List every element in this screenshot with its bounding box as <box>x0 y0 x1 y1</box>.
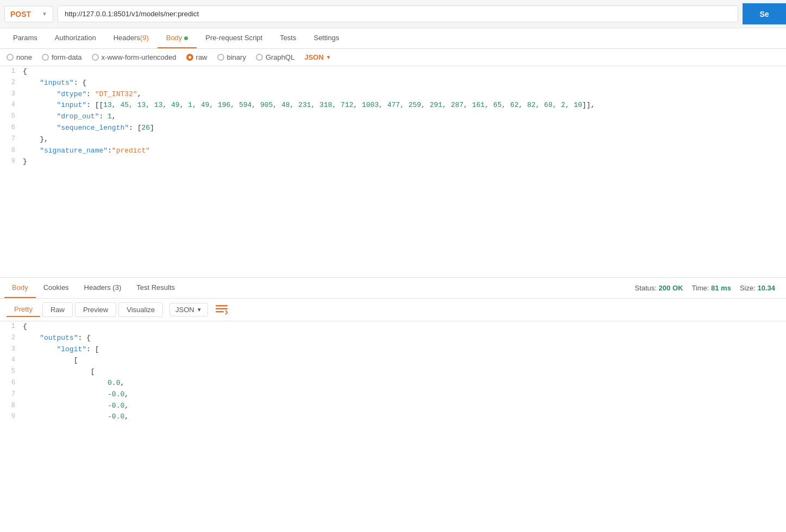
response-code-line: 4 [ <box>0 355 786 366</box>
code-line: 4 "input": [[13, 45, 13, 13, 49, 1, 49, … <box>0 100 786 111</box>
status-label: Status: 200 OK <box>634 284 683 292</box>
response-tabs-row: BodyCookiesHeaders (3)Test Results Statu… <box>0 278 786 299</box>
wrap-icon[interactable] <box>216 305 228 315</box>
body-type-binary[interactable]: binary <box>217 53 246 61</box>
code-line: 1{ <box>0 66 786 78</box>
response-code-line: 3 "logit": [ <box>0 344 786 356</box>
body-type-x-www-form-urlencoded[interactable]: x-www-form-urlencoded <box>92 53 177 61</box>
code-line: 2 "inputs": { <box>0 78 786 89</box>
tab-pre-request-script[interactable]: Pre-request Script <box>197 28 271 48</box>
tab-body[interactable]: Body <box>158 28 197 48</box>
response-editor: 1{2 "outputs": {3 "logit": [4 [5 [6 0.0,… <box>0 321 786 452</box>
url-bar: POST ▼ Se <box>0 0 786 28</box>
response-tab-headers--3-[interactable]: Headers (3) <box>77 278 129 298</box>
svg-rect-1 <box>216 308 228 309</box>
body-type-graphql[interactable]: GraphQL <box>256 53 294 61</box>
tab-authorization[interactable]: Authorization <box>46 28 105 48</box>
request-tabs: ParamsAuthorizationHeaders(9)BodyPre-req… <box>0 28 786 49</box>
response-code-line: 9 -0.0, <box>0 411 786 423</box>
method-chevron-icon: ▼ <box>42 11 47 17</box>
response-format-dropdown[interactable]: JSON▼ <box>169 303 208 316</box>
method-select[interactable]: POST ▼ <box>4 6 53 22</box>
size-label: Size: 10.34 <box>740 284 775 292</box>
code-line: 5 "drop_out": 1, <box>0 111 786 123</box>
code-line: 9} <box>0 156 786 168</box>
tab-tests[interactable]: Tests <box>271 28 305 48</box>
method-label: POST <box>10 10 31 18</box>
code-line: 7 }, <box>0 134 786 145</box>
response-tab-cookies[interactable]: Cookies <box>36 278 77 298</box>
response-format-row: PrettyRawPreviewVisualizeJSON▼ <box>0 299 786 321</box>
code-line: 3 "dtype": "DT_INT32", <box>0 89 786 100</box>
tab-headers[interactable]: Headers(9) <box>105 28 158 48</box>
tab-settings[interactable]: Settings <box>305 28 348 48</box>
response-format-visualize[interactable]: Visualize <box>118 302 163 317</box>
response-code-line: 7 -0.0, <box>0 389 786 401</box>
tab-params[interactable]: Params <box>4 28 46 48</box>
response-format-raw[interactable]: Raw <box>42 302 73 317</box>
response-code-line: 1{ <box>0 321 786 333</box>
svg-rect-2 <box>216 311 224 313</box>
url-input[interactable] <box>58 5 738 22</box>
code-line: 8 "signature_name":"predict" <box>0 145 786 157</box>
send-button[interactable]: Se <box>743 3 786 24</box>
body-type-none[interactable]: none <box>7 53 32 61</box>
response-tab-test-results[interactable]: Test Results <box>129 278 183 298</box>
raw-format-dropdown[interactable]: JSON▼ <box>304 53 331 61</box>
response-code-line: 2 "outputs": { <box>0 333 786 344</box>
request-editor: 1{2 "inputs": {3 "dtype": "DT_INT32",4 "… <box>0 66 786 278</box>
response-status: Status: 200 OK Time: 81 ms Size: 10.34 <box>634 284 782 292</box>
response-tab-body[interactable]: Body <box>4 278 36 298</box>
body-type-row: noneform-datax-www-form-urlencodedrawbin… <box>0 49 786 66</box>
body-type-form-data[interactable]: form-data <box>42 53 82 61</box>
response-format-preview[interactable]: Preview <box>75 302 116 317</box>
response-code-line: 8 -0.0, <box>0 401 786 412</box>
response-code-line: 5 [ <box>0 366 786 378</box>
body-type-raw[interactable]: raw <box>186 53 207 61</box>
response-code-line: 6 0.0, <box>0 378 786 389</box>
time-label: Time: 81 ms <box>691 284 731 292</box>
svg-rect-0 <box>216 305 228 307</box>
response-format-pretty[interactable]: Pretty <box>7 302 40 317</box>
code-line: 6 "sequence_length": [26] <box>0 123 786 134</box>
